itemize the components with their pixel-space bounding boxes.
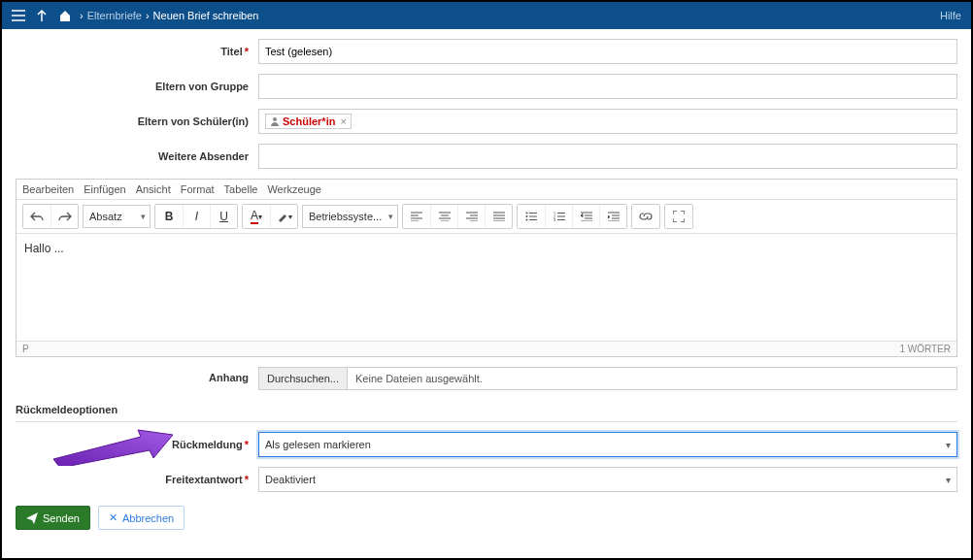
send-button[interactable]: Senden — [16, 506, 90, 530]
svg-text:3: 3 — [554, 217, 556, 221]
bullet-list-button[interactable] — [518, 205, 545, 228]
svg-point-0 — [273, 117, 277, 121]
align-justify-button[interactable] — [485, 205, 512, 228]
sender-label: Weitere Absender — [16, 150, 258, 162]
student-label: Eltern von Schüler(in) — [16, 115, 258, 127]
group-label: Eltern von Gruppe — [16, 81, 258, 92]
menu-view[interactable]: Ansicht — [136, 183, 171, 195]
top-bar: › Elternbriefe › Neuen Brief schreiben H… — [2, 2, 971, 29]
student-tag-text: Schüler*in — [283, 115, 335, 127]
attachment-status: Keine Dateien ausgewählt. — [348, 368, 490, 389]
sender-input[interactable] — [258, 144, 957, 169]
underline-button[interactable]: U — [210, 205, 237, 228]
svg-point-2 — [526, 215, 528, 217]
rueckmeldung-label: Rückmeldung* — [16, 439, 258, 450]
indent-button[interactable] — [599, 205, 626, 228]
menu-tools[interactable]: Werkzeuge — [267, 183, 320, 195]
number-list-button[interactable]: 123 — [545, 205, 572, 228]
editor-toolbar: Absatz B I U A ▾ ▾ Betriebssyste... — [17, 200, 956, 234]
person-icon — [270, 116, 280, 126]
outdent-button[interactable] — [572, 205, 599, 228]
rueckmeldung-select[interactable]: Als gelesen markieren — [258, 432, 957, 457]
editor-path: P — [22, 344, 29, 354]
title-input[interactable] — [258, 39, 957, 64]
svg-point-3 — [526, 219, 528, 221]
redo-button[interactable] — [50, 205, 78, 228]
student-tag-input[interactable]: Schüler*in × — [258, 109, 957, 134]
editor-menubar: Bearbeiten Einfügen Ansicht Format Tabel… — [17, 180, 956, 200]
svg-point-1 — [526, 213, 528, 214]
breadcrumb: › Elternbriefe › Neuen Brief schreiben — [80, 10, 258, 21]
fullscreen-button[interactable] — [665, 205, 692, 228]
feedback-section-title: Rückmeldeoptionen — [16, 404, 957, 415]
help-link[interactable]: Hilfe — [940, 10, 961, 21]
attachment-label: Anhang — [16, 367, 258, 390]
menu-icon[interactable] — [12, 9, 25, 22]
browse-button[interactable]: Durchsuchen... — [259, 368, 348, 389]
student-tag[interactable]: Schüler*in × — [265, 114, 352, 129]
freitext-select[interactable]: Deaktiviert — [258, 467, 957, 492]
home-icon[interactable] — [58, 9, 72, 22]
align-right-button[interactable] — [457, 205, 485, 228]
freitext-label: Freitextantwort* — [16, 474, 258, 485]
cancel-button[interactable]: ✕ Abbrechen — [98, 506, 185, 530]
align-center-button[interactable] — [430, 205, 457, 228]
font-select[interactable]: Betriebssyste... — [302, 205, 398, 228]
link-button[interactable] — [632, 205, 659, 228]
separator — [16, 421, 957, 422]
rich-text-editor: Bearbeiten Einfügen Ansicht Format Tabel… — [16, 179, 957, 357]
group-input[interactable] — [258, 74, 957, 99]
paragraph-select[interactable]: Absatz — [83, 205, 151, 228]
text-color-button[interactable]: A ▾ — [243, 205, 270, 228]
close-icon: ✕ — [109, 511, 117, 524]
editor-statusbar: P 1 WÖRTER — [17, 341, 956, 356]
editor-body[interactable]: Hallo ... — [17, 234, 956, 341]
tag-remove-icon[interactable]: × — [340, 115, 346, 127]
menu-insert[interactable]: Einfügen — [84, 183, 125, 195]
menu-table[interactable]: Tabelle — [224, 183, 258, 195]
undo-button[interactable] — [23, 205, 50, 228]
bold-button[interactable]: B — [155, 205, 183, 228]
breadcrumb-parent[interactable]: Elternbriefe — [87, 10, 142, 21]
menu-edit[interactable]: Bearbeiten — [22, 183, 74, 195]
title-label: Titel* — [16, 46, 258, 57]
menu-format[interactable]: Format — [181, 183, 215, 195]
send-icon — [26, 512, 38, 524]
italic-button[interactable]: I — [183, 205, 210, 228]
breadcrumb-current: Neuen Brief schreiben — [153, 10, 259, 21]
align-left-button[interactable] — [403, 205, 430, 228]
up-icon[interactable] — [35, 9, 49, 22]
highlight-button[interactable]: ▾ — [270, 205, 297, 228]
editor-wordcount: 1 WÖRTER — [899, 344, 951, 354]
